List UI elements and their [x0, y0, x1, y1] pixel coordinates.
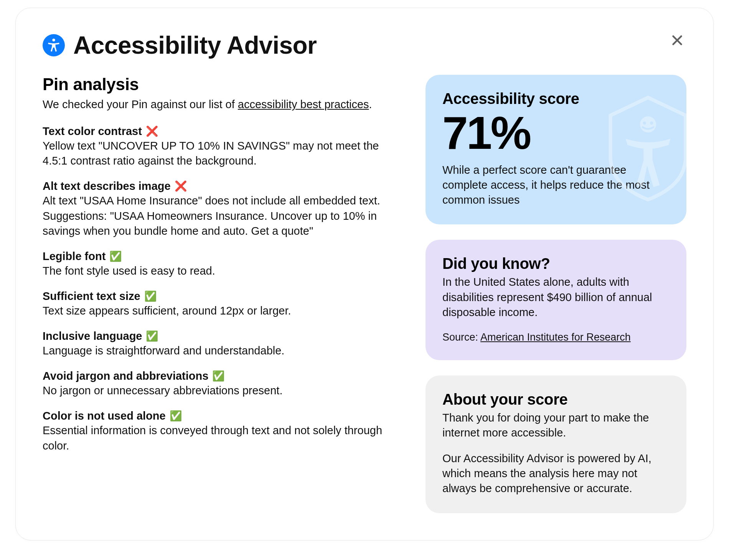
check-label: Avoid jargon and abbreviations: [43, 370, 208, 382]
score-note: While a perfect score can't guarantee co…: [442, 163, 670, 208]
about-p1: Thank you for doing your part to make th…: [442, 410, 670, 440]
accessibility-icon: [43, 34, 65, 56]
check-description: Language is straightforward and understa…: [43, 343, 402, 358]
check-label: Legible font: [43, 250, 106, 263]
best-practices-link[interactable]: accessibility best practices: [238, 98, 369, 110]
source-label: Source:: [442, 331, 480, 343]
check-pass-icon: ✅: [144, 290, 157, 302]
analysis-intro: We checked your Pin against our list of …: [43, 97, 402, 112]
check-pass-icon: ✅: [146, 330, 158, 342]
check-fail-icon: ❌: [146, 125, 158, 137]
check-description: No jargon or unnecessary abbreviations p…: [43, 383, 402, 398]
score-value: 71%: [442, 110, 670, 156]
modal-body: Pin analysis We checked your Pin against…: [43, 75, 686, 513]
close-icon: [670, 33, 684, 47]
check-label: Color is not used alone: [43, 410, 166, 422]
check-item: Legible font✅The font style used is easy…: [43, 250, 402, 278]
check-title: Color is not used alone✅: [43, 410, 402, 422]
close-button[interactable]: [668, 31, 686, 49]
fact-body: In the United States alone, adults with …: [442, 275, 670, 320]
analysis-heading: Pin analysis: [43, 75, 402, 94]
check-pass-icon: ✅: [170, 410, 182, 422]
check-description: Essential information is conveyed throug…: [43, 423, 402, 453]
check-title: Legible font✅: [43, 250, 402, 263]
check-item: Text color contrast❌Yellow text "UNCOVER…: [43, 125, 402, 168]
checks-list: Text color contrast❌Yellow text "UNCOVER…: [43, 125, 402, 453]
check-title: Sufficient text size✅: [43, 290, 402, 303]
check-fail-icon: ❌: [175, 180, 187, 192]
check-title: Inclusive language✅: [43, 330, 402, 343]
intro-prefix: We checked your Pin against our list of: [43, 98, 238, 110]
source-link[interactable]: American Institutes for Research: [480, 331, 631, 343]
intro-suffix: .: [369, 98, 372, 110]
check-pass-icon: ✅: [109, 250, 122, 262]
accessibility-advisor-modal: Accessibility Advisor Pin analysis We ch…: [15, 8, 714, 540]
check-description: Alt text "USAA Home Insurance" does not …: [43, 193, 402, 238]
check-title: Avoid jargon and abbreviations✅: [43, 370, 402, 382]
check-item: Color is not used alone✅Essential inform…: [43, 410, 402, 453]
check-label: Inclusive language: [43, 330, 142, 343]
check-item: Inclusive language✅Language is straightf…: [43, 330, 402, 358]
check-label: Text color contrast: [43, 125, 142, 138]
fact-heading: Did you know?: [442, 255, 670, 272]
check-item: Avoid jargon and abbreviations✅No jargon…: [43, 370, 402, 398]
svg-point-0: [52, 39, 55, 41]
check-title: Text color contrast❌: [43, 125, 402, 138]
score-heading: Accessibility score: [442, 90, 670, 107]
analysis-panel: Pin analysis We checked your Pin against…: [43, 75, 402, 513]
fact-source: Source: American Institutes for Research: [442, 331, 670, 343]
check-pass-icon: ✅: [212, 370, 224, 382]
check-label: Sufficient text size: [43, 290, 140, 303]
check-item: Sufficient text size✅Text size appears s…: [43, 290, 402, 318]
check-description: The font style used is easy to read.: [43, 264, 402, 278]
score-card: Accessibility score 71% While a perfect …: [426, 75, 686, 224]
about-heading: About your score: [442, 391, 670, 408]
about-card: About your score Thank you for doing you…: [426, 376, 686, 513]
modal-title: Accessibility Advisor: [73, 31, 317, 59]
fact-card: Did you know? In the United States alone…: [426, 240, 686, 360]
about-p2: Our Accessibility Advisor is powered by …: [442, 451, 670, 496]
sidebar-panel: Accessibility score 71% While a perfect …: [426, 75, 686, 513]
check-label: Alt text describes image: [43, 180, 171, 193]
check-description: Text size appears sufficient, around 12p…: [43, 303, 402, 318]
check-item: Alt text describes image❌Alt text "USAA …: [43, 180, 402, 238]
check-description: Yellow text "UNCOVER UP TO 10% IN SAVING…: [43, 138, 402, 168]
check-title: Alt text describes image❌: [43, 180, 402, 193]
modal-header: Accessibility Advisor: [43, 31, 686, 59]
